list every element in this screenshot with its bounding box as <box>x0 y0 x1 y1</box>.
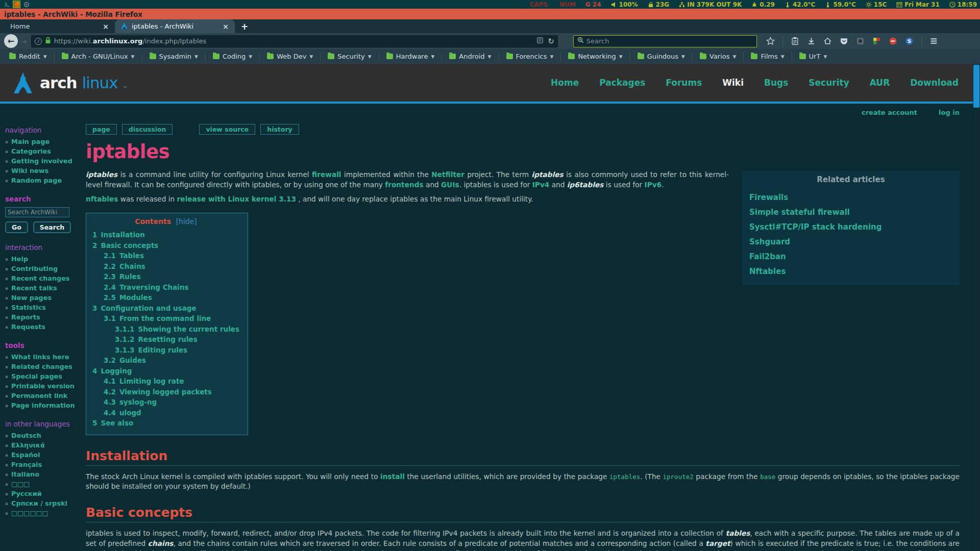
arch-logo[interactable]: archlinux ™ <box>11 71 128 94</box>
bookmark-folder[interactable]: Coding ▼ <box>205 52 259 61</box>
site-nav-link[interactable]: Forums <box>666 78 702 88</box>
new-tab-button[interactable]: + <box>235 19 254 33</box>
inline-link[interactable]: GUIs <box>441 181 459 189</box>
proxy-extension-icon[interactable] <box>872 37 881 45</box>
bookmark-label: Security <box>337 53 364 60</box>
bookmark-folder[interactable]: Android ▼ <box>442 52 498 61</box>
https-lock-icon[interactable] <box>45 36 51 46</box>
inline-link[interactable]: firewall <box>312 170 341 179</box>
home-icon[interactable] <box>823 37 832 45</box>
tab-close-icon[interactable]: × <box>103 22 109 31</box>
chevron-down-icon: ▼ <box>249 54 252 59</box>
bookmark-label: Networking <box>578 53 616 60</box>
window-titlebar[interactable]: iptables - ArchWiki - Mozilla Firefox <box>0 9 980 19</box>
url-bar[interactable]: i https://wiki.archlinux.org/index.php/I… <box>31 35 558 47</box>
go-button[interactable]: Go <box>5 221 28 233</box>
url-text[interactable]: https://wiki.archlinux.org/index.php/Ipt… <box>54 37 533 45</box>
bookmark-folder[interactable]: Web Dev ▼ <box>259 52 320 61</box>
related-article-link[interactable]: Fail2ban <box>742 249 960 264</box>
personal-link[interactable]: create account <box>862 109 917 116</box>
search-engine-icon[interactable] <box>577 36 584 46</box>
bookmark-folder[interactable]: Reddit ▼ <box>2 52 54 61</box>
inline-link[interactable]: release with Linux kernel 3.13 <box>177 195 296 203</box>
inline-link[interactable]: IPv6 <box>645 181 662 189</box>
related-article-link[interactable]: Sysctl#TCP/IP stack hardening <box>742 220 960 235</box>
site-nav: HomePackagesForumsWikiBugsSecurityAURDow… <box>551 78 959 88</box>
sidebar-item: Random page <box>5 177 81 185</box>
bookmark-folder[interactable]: Varios ▼ <box>692 52 743 61</box>
site-nav-link[interactable]: AUR <box>870 78 890 88</box>
wiki-search-input[interactable] <box>5 207 69 217</box>
forward-button[interactable]: ➜ <box>21 37 27 45</box>
page-scrollbar[interactable] <box>973 64 980 551</box>
back-button[interactable]: ← <box>4 34 18 48</box>
status-item: IN 379K OUT 9K <box>679 1 742 8</box>
personal-link[interactable]: log in <box>939 109 960 116</box>
inline-link[interactable]: install <box>380 472 405 481</box>
article-tab[interactable]: page <box>86 124 117 135</box>
bookmarks-toolbar: Reddit ▼ Arch - GNU/Linux ▼ Sysadmin ▼ C… <box>0 49 980 64</box>
bookmark-star-icon[interactable] <box>766 37 775 45</box>
firefox-icon[interactable] <box>13 1 20 8</box>
os-tray-icons <box>3 1 30 8</box>
article-tab[interactable]: view source <box>199 124 255 135</box>
inline-link[interactable]: IPv4 <box>532 181 550 189</box>
inline-link[interactable]: Netfilter <box>431 170 464 179</box>
inline-link[interactable]: nftables <box>86 195 118 203</box>
related-article-link[interactable]: Firewalls <box>742 190 960 205</box>
related-article-link[interactable]: Simple stateful firewall <box>742 205 960 220</box>
bookmark-folder[interactable]: Forencics ▼ <box>499 52 561 61</box>
article-tab[interactable]: discussion <box>122 124 173 135</box>
site-nav-link[interactable]: Packages <box>599 78 645 88</box>
related-article-link[interactable]: Nftables <box>742 264 960 279</box>
site-nav-link[interactable]: Bugs <box>764 78 788 88</box>
bookmark-folder[interactable]: Arch - GNU/Linux ▼ <box>54 52 142 61</box>
site-info-icon[interactable]: i <box>35 38 42 45</box>
toc-hide-link[interactable]: [hide] <box>176 217 197 226</box>
reload-icon[interactable]: ↻ <box>548 37 554 46</box>
bookmark-folder[interactable]: Films ▼ <box>743 52 791 61</box>
site-nav-link[interactable]: Security <box>808 78 849 88</box>
screenshot-icon[interactable] <box>856 37 865 45</box>
bookmark-folder[interactable]: Hardware ▼ <box>379 52 442 61</box>
downloads-icon[interactable] <box>807 37 816 45</box>
sidebar-item: Српски / srpski <box>5 499 81 508</box>
bookmark-folder[interactable]: Security ▼ <box>320 52 378 61</box>
bookmark-folder[interactable]: Guindous ▼ <box>630 52 692 61</box>
bookmark-label: Arch - GNU/Linux <box>71 53 128 60</box>
article-tab[interactable]: history <box>260 124 299 135</box>
terminal-icon[interactable] <box>3 1 11 8</box>
bookmark-folder[interactable]: Networking ▼ <box>560 52 629 61</box>
bookmark-folder[interactable]: Sysadmin ▼ <box>142 52 205 61</box>
related-article-link[interactable]: Sshguard <box>742 235 960 249</box>
menu-icon[interactable] <box>929 37 938 45</box>
sidebar-heading-interaction: interaction <box>5 243 81 252</box>
sidebar-item: Deutsch <box>5 432 81 440</box>
inline-link[interactable]: frontends <box>385 181 423 189</box>
scrollbar-thumb[interactable] <box>973 65 979 108</box>
ublock-icon[interactable] <box>889 37 897 45</box>
search-bar[interactable] <box>573 35 757 47</box>
reader-mode-icon[interactable] <box>536 36 544 46</box>
tab-close-icon[interactable]: × <box>223 22 229 31</box>
folder-icon <box>700 54 706 59</box>
site-nav-link[interactable]: Home <box>551 78 579 88</box>
search-input[interactable] <box>586 37 734 45</box>
notes-icon[interactable] <box>22 1 30 8</box>
s-extension-icon[interactable]: S <box>905 37 914 45</box>
site-nav-link[interactable]: Download <box>910 78 959 88</box>
bookmark-folder[interactable]: UrT ▼ <box>792 52 835 61</box>
browser-tab[interactable]: iptables - ArchWiki × <box>115 19 235 33</box>
toolbar-separator <box>782 36 783 46</box>
search-button[interactable]: Search <box>33 221 71 233</box>
chevron-down-icon: ▼ <box>194 54 198 59</box>
toc-entry: 3.1.1Showing the current rules <box>92 324 239 335</box>
folder-icon <box>506 54 513 59</box>
site-nav-link[interactable]: Wiki <box>722 78 744 88</box>
pocket-icon[interactable] <box>840 37 848 45</box>
sidebar-item: Special pages <box>5 372 81 381</box>
clipboard-icon[interactable] <box>791 37 799 45</box>
browser-tab[interactable]: Home × <box>0 19 115 33</box>
folder-icon <box>328 54 334 59</box>
toc-entry: 3.1From the command line <box>92 313 239 324</box>
